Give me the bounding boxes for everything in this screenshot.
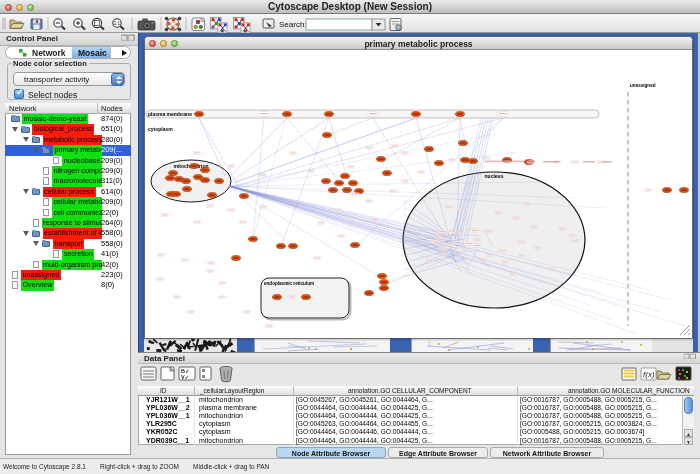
svg-text:endoplasmic reticulum: endoplasmic reticulum [264,281,314,286]
svg-text:V✓: V✓ [181,374,189,380]
svg-text:cytoplasm: cytoplasm [148,126,173,132]
svg-text:1:1: 1:1 [114,21,121,26]
svg-text:Search:: Search: [279,20,307,29]
svg-text:plasma membrane: plasma membrane [148,111,192,117]
svg-text:unassigned: unassigned [630,83,656,88]
svg-text:f(x): f(x) [643,370,655,379]
svg-text:nucleus: nucleus [485,173,504,179]
